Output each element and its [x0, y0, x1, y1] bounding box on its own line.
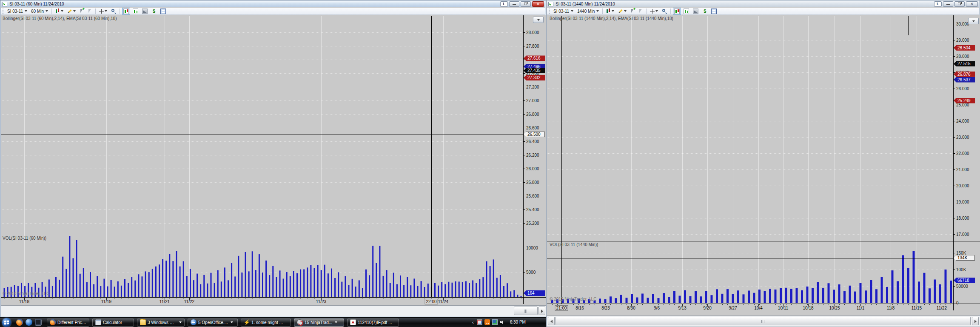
firefox-icon[interactable]: [16, 319, 23, 326]
restore-button[interactable]: [954, 1, 965, 7]
date-label: 10/4: [754, 306, 762, 310]
scrollbar-thumb[interactable]: [514, 307, 538, 315]
volume-icon[interactable]: [500, 319, 505, 325]
interval-select[interactable]: 1440 Min: [576, 8, 600, 14]
price-axis-dropdown[interactable]: [533, 17, 544, 23]
price-marker-ema: 26.537: [954, 77, 975, 83]
show-desktop-icon[interactable]: [35, 319, 42, 326]
chart-region-button[interactable]: [141, 8, 149, 14]
quick-launch: [16, 319, 42, 326]
minimize-button[interactable]: [509, 1, 519, 7]
data-box-button[interactable]: [159, 8, 167, 14]
taskbar-button-pdf[interactable]: A112410(7)IF.pdf ...: [347, 318, 399, 327]
chart-region-button[interactable]: [692, 8, 700, 14]
tray-app-icon[interactable]: [477, 319, 482, 325]
task-button-label: Different Price f...: [57, 320, 86, 325]
crosshair-button[interactable]: [98, 8, 108, 14]
taskbar-button-flash[interactable]: ⚡1. some might ...: [241, 318, 291, 327]
scrollbar-thumb[interactable]: [556, 317, 971, 325]
add-object-button[interactable]: [78, 8, 85, 14]
svg-text:26.200: 26.200: [526, 153, 539, 158]
indicator-label: Bollinger(SI 03-11 (60 Min),2,14), EMA(S…: [3, 16, 117, 21]
horizontal-scrollbar[interactable]: [1, 305, 546, 316]
chart-area-60min[interactable]: 28.00027.80027.60027.40027.20027.00026.8…: [1, 15, 546, 305]
taskbar-button-openoffice[interactable]: 5 OpenOffice....: [188, 318, 238, 327]
pointer-button[interactable]: [637, 8, 644, 14]
close-button[interactable]: ×: [966, 1, 978, 7]
start-button[interactable]: [2, 318, 11, 327]
toolbar-grip[interactable]: [3, 9, 4, 14]
taskbar-button-ninjatrader[interactable]: 15 NinjaTrad...: [294, 318, 344, 327]
chart-area-1440min[interactable]: 30.00029.00028.00027.00026.00025.00024.0…: [547, 15, 980, 315]
pointer-button[interactable]: [86, 8, 93, 14]
date-label: 10/18: [803, 306, 813, 310]
price-marker-last: 27.435: [524, 68, 545, 73]
network-icon[interactable]: [492, 319, 498, 325]
titlebar-left[interactable]: SI 03-11 (60 Min) 11/24/2010 L ×: [1, 1, 545, 7]
taskbar-button-folder[interactable]: 3 Windows Ex...: [137, 318, 185, 327]
svg-text:26.000: 26.000: [956, 86, 969, 91]
price-volume-chart-svg[interactable]: 28.00027.80027.60027.40027.20027.00026.8…: [1, 15, 546, 305]
svg-text:30.000: 30.000: [956, 22, 969, 26]
data-box-button[interactable]: [710, 8, 718, 14]
horizontal-scrollbar[interactable]: [547, 316, 980, 327]
chevron-down-icon[interactable]: [335, 321, 337, 323]
account-dollar-button[interactable]: $: [701, 8, 709, 14]
chart-style-bars-button[interactable]: [131, 8, 140, 14]
zoom-button[interactable]: [110, 8, 117, 14]
chart-window-icon: [548, 2, 553, 6]
ninjatrader-icon: [297, 319, 303, 325]
date-label: 11/24: [438, 299, 448, 304]
svg-text:28.000: 28.000: [526, 30, 539, 35]
drawing-tools-button[interactable]: [617, 8, 628, 14]
scroll-left-button[interactable]: [548, 317, 555, 325]
drawing-tools-button[interactable]: [66, 8, 77, 14]
volume-marker: 66718: [954, 278, 975, 283]
link-button[interactable]: L: [934, 1, 942, 7]
zoom-button[interactable]: [661, 8, 668, 14]
chart-toolbar: SI 03-1160 Min$: [1, 8, 545, 15]
date-label: 11/15: [912, 306, 922, 310]
svg-text:25.800: 25.800: [526, 180, 539, 185]
svg-text:26.400: 26.400: [526, 139, 539, 144]
close-button[interactable]: ×: [532, 1, 544, 7]
date-label: 11/18: [19, 299, 29, 304]
add-object-button[interactable]: [629, 8, 636, 14]
java-icon[interactable]: [484, 319, 490, 325]
taskbar-button-firefox[interactable]: Different Price f...: [47, 318, 89, 327]
crosshair-button[interactable]: [649, 8, 659, 14]
toolbar-grip[interactable]: [549, 9, 550, 14]
scroll-right-button[interactable]: [972, 317, 979, 325]
svg-text:27.200: 27.200: [526, 85, 539, 89]
taskbar-button-calculator[interactable]: Calculator: [92, 318, 134, 327]
titlebar-right[interactable]: SI 03-11 (1440 Min) 11/24/2010 L ×: [547, 1, 979, 7]
interval-select[interactable]: 60 Min: [30, 8, 49, 14]
task-button-label: 112410(7)IF.pdf ...: [358, 320, 392, 325]
chart-style-candle-button[interactable]: [673, 8, 681, 14]
chart-style-bars-button[interactable]: [682, 8, 690, 14]
candlestick-chart-button[interactable]: [605, 8, 615, 14]
separator: [602, 9, 603, 14]
chart-style-candle-button[interactable]: [122, 8, 130, 14]
price-axis-dropdown[interactable]: [968, 18, 979, 24]
link-button[interactable]: L: [500, 1, 508, 7]
account-dollar-button[interactable]: $: [150, 8, 158, 14]
svg-text:100K: 100K: [956, 267, 966, 272]
restore-button[interactable]: [521, 1, 531, 7]
svg-text:29.000: 29.000: [956, 38, 969, 43]
task-button-label: 5 OpenOffice....: [198, 320, 228, 325]
chevron-down-icon[interactable]: [179, 321, 182, 323]
separator: [95, 9, 96, 14]
minimize-button[interactable]: [943, 1, 953, 7]
messenger-icon[interactable]: [26, 319, 32, 326]
svg-text:21.000: 21.000: [956, 167, 969, 172]
instrument-select[interactable]: SI 03-11: [6, 8, 28, 14]
candlestick-chart-button[interactable]: [54, 8, 65, 14]
instrument-select[interactable]: SI 03-11: [552, 8, 575, 14]
tray-expand-arrow[interactable]: ‹: [471, 320, 475, 325]
date-label: 11/1: [857, 306, 865, 310]
folder-icon: [140, 319, 146, 325]
price-volume-chart-svg[interactable]: 30.00029.00028.00027.00026.00025.00024.0…: [547, 15, 980, 315]
chevron-down-icon[interactable]: [231, 321, 233, 323]
scroll-right-button[interactable]: [538, 307, 545, 315]
